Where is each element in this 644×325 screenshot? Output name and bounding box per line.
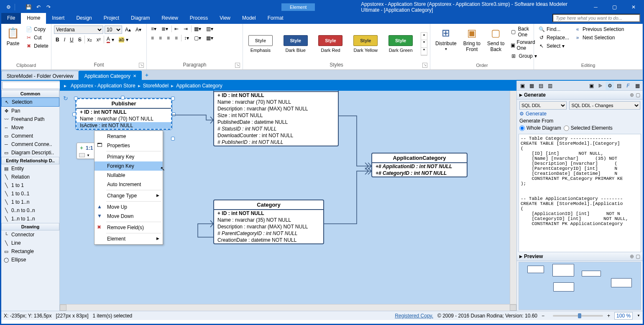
add-icon[interactable]: ＋: [79, 144, 84, 151]
next-selection-button[interactable]: »Next Selection: [572, 34, 626, 41]
selection-handle[interactable]: [172, 113, 176, 116]
tool-ellipse[interactable]: ◯Ellipse: [1, 256, 59, 264]
tool-comment-conne--[interactable]: ─Comment Conne..: [1, 140, 59, 148]
tool-0--n-to-0--n[interactable]: ╲0..n to 0..n: [1, 206, 59, 215]
ctx-move-up[interactable]: Move Up▲: [95, 202, 163, 212]
align-right-button[interactable]: ≡: [165, 35, 171, 41]
redo-icon[interactable]: ↷: [45, 3, 52, 11]
indent-button[interactable]: ⇥: [182, 26, 189, 32]
numbering-button[interactable]: ≣▾: [160, 26, 170, 32]
entity-field[interactable]: +# ApplicationID : int NOT NULL: [372, 163, 467, 170]
tool-freehand-path[interactable]: 〰Freehand Path: [1, 115, 59, 123]
entity-field[interactable]: + ID : int NOT NULL: [214, 210, 323, 217]
toolbox-group-header[interactable]: Common: [1, 90, 59, 97]
tool-1-to-0--1[interactable]: ╲1 to 0..1: [1, 189, 59, 198]
entity-field[interactable]: CreationDate : datetime NOT NULL: [214, 237, 323, 243]
border-button[interactable]: ▦▾: [191, 26, 203, 32]
toolbox-group-header[interactable]: Drawing: [1, 223, 59, 230]
ctx-remove-field-s-[interactable]: Remove Field(s)✖: [95, 223, 163, 232]
save-icon[interactable]: 💾: [25, 3, 32, 11]
underline-button[interactable]: U: [68, 36, 75, 44]
tool-comment[interactable]: ▭Comment: [1, 132, 59, 140]
style-emphasis[interactable]: StyleEmphasis: [245, 35, 276, 53]
subscript-button[interactable]: x₂: [84, 36, 94, 44]
selection-handle[interactable]: [72, 113, 76, 116]
color-swatch[interactable]: [79, 153, 85, 157]
dialog-launcher-icon[interactable]: ↘: [422, 63, 427, 68]
horizontal-scrollbar[interactable]: [60, 304, 516, 311]
cell-margins-button[interactable]: ▦▾: [204, 35, 215, 41]
selection-handle[interactable]: [121, 96, 125, 100]
align-center-button[interactable]: ≡: [157, 35, 164, 41]
panel-icon[interactable]: ⚙: [606, 82, 614, 90]
dialog-launcher-icon[interactable]: ↘: [235, 63, 240, 68]
style-dark-green[interactable]: StyleDark Green: [386, 35, 416, 53]
panel-icon[interactable]: ⫸: [596, 82, 605, 90]
bold-button[interactable]: B: [54, 36, 61, 44]
pin-icon[interactable]: ⊕: [630, 92, 634, 98]
style-dark-blue[interactable]: StyleDark Blue: [281, 35, 311, 53]
tool-1-to-1[interactable]: ╲1 to 1: [1, 181, 59, 189]
entity-field[interactable]: + ID : int NOT NULL: [77, 109, 171, 115]
pin-icon[interactable]: ⊕: [630, 253, 634, 259]
paste-button[interactable]: 📋 Paste: [4, 26, 22, 47]
font-color-button[interactable]: A▾: [104, 36, 116, 44]
selection-handle[interactable]: [171, 97, 175, 100]
tool-pan[interactable]: ✥Pan: [1, 107, 59, 115]
find-button[interactable]: 🔍Find...: [537, 26, 571, 33]
entity-publisher[interactable]: Publisher+ ID : int NOT NULLName : nvarc…: [76, 98, 172, 130]
breadcrumb-item[interactable]: StoreModel: [143, 83, 169, 89]
registered-link[interactable]: Registered Copy.: [395, 313, 433, 319]
entity-field[interactable]: PublishedDate : datetime NULL: [214, 119, 338, 125]
entity-application[interactable]: Application+ ID : int NOT NULLName : nva…: [213, 91, 339, 146]
maximize-button[interactable]: ▢: [605, 1, 624, 13]
menu-home[interactable]: Home: [21, 13, 46, 24]
menu-format[interactable]: Format: [262, 13, 289, 24]
font-family-select[interactable]: Verdana: [54, 26, 103, 34]
outdent-button[interactable]: ⇤: [171, 26, 180, 32]
ctx-move-down[interactable]: Move Down▼: [95, 212, 163, 221]
ctx-auto-increment[interactable]: Auto Increment: [95, 180, 163, 189]
bring-front-button[interactable]: ▣Bring to Front: [461, 26, 483, 53]
ctx-foreign-key[interactable]: Foreign Key: [95, 161, 163, 171]
selection-handle[interactable]: [74, 97, 78, 100]
menu-model[interactable]: Model: [236, 13, 262, 24]
panel-icon[interactable]: ▤: [615, 82, 623, 90]
menu-review[interactable]: Review: [156, 13, 184, 24]
menu-process[interactable]: Process: [184, 13, 214, 24]
tool-selection[interactable]: ↖Selection: [1, 97, 59, 107]
new-tab-button[interactable]: ＋: [142, 70, 152, 80]
panel-icon[interactable]: ▦: [527, 82, 536, 90]
entity-field[interactable]: # PublisherID : int NOT NULL: [214, 139, 338, 146]
prev-selection-button[interactable]: «Previous Selection: [572, 26, 626, 33]
entity-field[interactable]: DownloadCounter : int NOT NULL: [214, 132, 338, 139]
tool-diagram-descripti--[interactable]: ▭Diagram Descripti..: [1, 148, 59, 157]
style-dark-red[interactable]: StyleDark Red: [316, 35, 346, 53]
panel-icon[interactable]: ▤: [537, 82, 545, 90]
entity-field[interactable]: Size : int NOT NULL: [214, 112, 338, 119]
ctx-primary-key[interactable]: Primary Key: [95, 152, 163, 161]
valign-button[interactable]: ▢▾: [192, 35, 203, 41]
zoom-in-button[interactable]: +: [607, 313, 610, 319]
close-button[interactable]: ✕: [624, 1, 643, 13]
select-button[interactable]: ↖Select ▾: [537, 42, 571, 50]
zoom-slider[interactable]: [553, 315, 603, 317]
distribute-button[interactable]: ⊞Distribute▼: [433, 26, 459, 52]
menu-diagram[interactable]: Diagram: [125, 13, 156, 24]
menu-insert[interactable]: Insert: [46, 13, 70, 24]
tool-1--n-to-1--n[interactable]: ╲1..n to 1..n: [1, 215, 59, 223]
ctx-properties[interactable]: Properties🗔: [95, 141, 163, 150]
close-panel-icon[interactable]: ▢: [636, 92, 640, 98]
entity-category[interactable]: Category+ ID : int NOT NULLName : nvarch…: [213, 200, 324, 244]
breadcrumb-item[interactable]: Appstorex - Application Store: [71, 83, 135, 89]
sql-output[interactable]: -- Table Category --------------- CREATE…: [519, 134, 641, 252]
generator-type-select[interactable]: SQL DDL: [519, 101, 567, 110]
toolbox-search-input[interactable]: [2, 82, 68, 89]
style-gallery-scroll[interactable]: ▾: [421, 40, 427, 48]
help-search-input[interactable]: [552, 14, 640, 22]
zoom-out-button[interactable]: −: [542, 313, 544, 319]
panel-icon[interactable]: ▦: [633, 82, 641, 90]
shading-button[interactable]: ▥▾: [204, 26, 215, 32]
style-gallery-scroll[interactable]: ▴: [421, 33, 427, 40]
entity-field[interactable]: Name : nvarchar (35) NOT NULL: [214, 217, 323, 223]
